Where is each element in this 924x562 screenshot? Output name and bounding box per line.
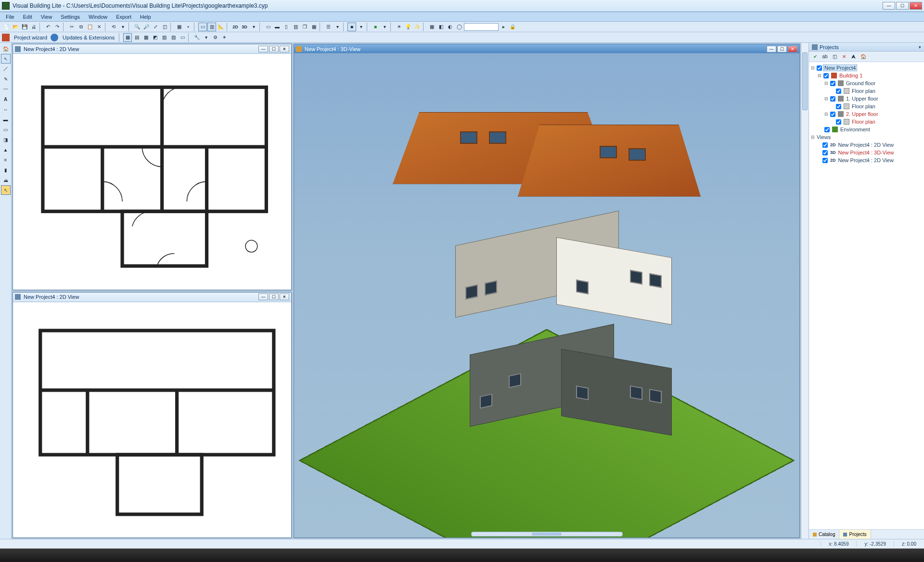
tree-check[interactable] (822, 142, 828, 148)
tree-check[interactable] (830, 96, 835, 102)
child-titlebar-3d[interactable]: New Project4 : 3D-View — ☐ ✕ (294, 44, 799, 54)
tool-text-icon[interactable]: A (1, 94, 11, 104)
tree-env[interactable]: Environment (839, 127, 870, 132)
child-max-button[interactable]: ☐ (269, 46, 279, 52)
tree-plan-1[interactable]: Floor plan (851, 103, 875, 109)
zoom-out-icon[interactable]: 🔎 (142, 23, 151, 31)
child-min-button[interactable]: — (258, 294, 268, 300)
tool-window-icon[interactable]: ▭ (1, 125, 11, 134)
select-tool-icon[interactable]: ▭ (198, 23, 207, 31)
misc-c-icon[interactable]: ◐ (446, 23, 454, 31)
vertical-scrollbar[interactable] (801, 43, 808, 539)
child-min-button[interactable]: — (767, 46, 776, 52)
tree-plan-2[interactable]: Floor plan (851, 119, 875, 125)
tree-plan-g[interactable]: Floor plan (851, 88, 875, 94)
child-max-button[interactable]: ☐ (269, 294, 279, 300)
color-icon[interactable]: ■ (371, 23, 380, 31)
panel-g-icon[interactable]: ▭ (178, 33, 187, 42)
view-dropdown-icon[interactable]: ▾ (249, 23, 258, 31)
window-layout-1-icon[interactable]: ▭ (264, 23, 272, 31)
tab-projects[interactable]: Projects (839, 530, 871, 539)
tree-root[interactable]: New Project4 (823, 64, 857, 71)
up-icon[interactable]: ⮝ (849, 52, 858, 61)
tool-wall-icon[interactable]: ▬ (1, 115, 11, 124)
menu-edit[interactable]: Edit (19, 13, 36, 21)
print-icon[interactable]: 🖨 (29, 23, 38, 31)
tree-upper1[interactable]: 1. Upper floor (845, 96, 878, 102)
minimize-button[interactable]: — (883, 2, 895, 10)
tool-building-icon[interactable]: 🏠 (1, 44, 11, 53)
menu-export[interactable]: Export (112, 13, 135, 21)
paste-icon[interactable]: 📋 (86, 23, 94, 31)
tool-terrain-icon[interactable]: ⛰ (1, 175, 11, 185)
child-titlebar-2d-a[interactable]: New Project4 : 2D View — ☐ ✕ (13, 44, 291, 54)
child-close-button[interactable]: ✕ (280, 294, 289, 300)
misc-a-icon[interactable]: ▦ (427, 23, 436, 31)
save-icon[interactable]: 💾 (20, 23, 29, 31)
layers-icon[interactable]: ☰ (324, 23, 333, 31)
sun-icon[interactable]: ☀ (395, 23, 403, 31)
tree-check[interactable] (822, 150, 828, 155)
tool-pointer-icon[interactable]: ↖ (1, 54, 11, 64)
layers-dd-icon[interactable]: ▾ (333, 23, 342, 31)
check-icon[interactable]: ✔ (811, 52, 820, 61)
tree-check[interactable] (836, 89, 841, 94)
tool-wrench-icon[interactable]: 🔧 (192, 33, 201, 42)
coordinate-input[interactable] (464, 23, 499, 31)
window-layout-3-icon[interactable]: ▯ (282, 23, 291, 31)
viewport-2d-b[interactable] (13, 302, 291, 538)
tool-cog-icon[interactable]: ⚙ (211, 33, 219, 42)
measure-icon[interactable]: 📐 (217, 23, 225, 31)
misc-b-icon[interactable]: ◧ (436, 23, 445, 31)
remove-icon[interactable]: ✕ (840, 52, 848, 61)
render-dd-icon[interactable]: ▾ (357, 23, 365, 31)
child-max-button[interactable]: ☐ (777, 46, 787, 52)
go-icon[interactable]: ▸ (499, 23, 508, 31)
window-layout-2-icon[interactable]: ▬ (273, 23, 282, 31)
panel-b-icon[interactable]: ▤ (132, 33, 141, 42)
panel-d-icon[interactable]: ◩ (151, 33, 159, 42)
viewport-3d[interactable] (294, 54, 799, 537)
cut-icon[interactable]: ✂ (67, 23, 76, 31)
tool-dim-icon[interactable]: ↔ (1, 104, 11, 114)
tree-check[interactable] (830, 81, 835, 86)
window-cascade-icon[interactable]: ❐ (300, 23, 309, 31)
tree-check[interactable] (817, 65, 822, 71)
tool-explode-icon[interactable]: ✶ (220, 33, 229, 42)
tree-building[interactable]: Building 1 (838, 73, 862, 78)
wall-tool-icon[interactable]: ▥ (207, 23, 216, 31)
tool-stair-icon[interactable]: ≡ (1, 155, 11, 165)
menu-settings[interactable]: Settings (57, 13, 84, 21)
new-icon[interactable]: 📄 (2, 23, 11, 31)
lock-icon[interactable]: 🔒 (508, 23, 517, 31)
menu-help[interactable]: Help (136, 13, 155, 21)
window-layout-4-icon[interactable]: ▥ (291, 23, 300, 31)
tree-check[interactable] (823, 73, 829, 78)
tool-column-icon[interactable]: ▮ (1, 165, 11, 175)
panel-e-icon[interactable]: ▧ (160, 33, 168, 42)
project-tree[interactable]: ⊟New Project4 ⊟Building 1 ⊟Ground floor … (809, 62, 924, 529)
panel-c-icon[interactable]: ▩ (141, 33, 150, 42)
panel-f-icon[interactable]: ▨ (169, 33, 178, 42)
render-mode-icon[interactable]: ■ (347, 23, 356, 31)
tree-views[interactable]: Views (816, 134, 831, 140)
child-min-button[interactable]: — (258, 46, 268, 52)
copy-icon[interactable]: ⧉ (77, 23, 85, 31)
light-icon[interactable]: 💡 (404, 23, 412, 31)
redo-icon[interactable]: ↷ (53, 23, 62, 31)
zoom-window-icon[interactable]: ◫ (160, 23, 169, 31)
tree-ground[interactable]: Ground floor (845, 80, 875, 86)
view-3d-button[interactable]: 3D (240, 23, 249, 31)
menu-file[interactable]: File (2, 13, 18, 21)
panel-a-icon[interactable]: ▦ (123, 33, 132, 42)
tool-roof-icon[interactable]: ▲ (1, 145, 11, 154)
refresh-icon[interactable]: ⟲ (109, 23, 118, 31)
tool-dd-icon[interactable]: ▾ (202, 33, 210, 42)
tree-check[interactable] (836, 119, 841, 125)
tool-line-icon[interactable]: ／ (1, 64, 11, 74)
home-small-icon[interactable]: 🏠 (859, 52, 868, 61)
tool-curve-icon[interactable]: 〰 (1, 84, 11, 94)
tree-upper2[interactable]: 2. Upper floor (845, 111, 878, 117)
tree-check[interactable] (824, 127, 830, 132)
close-button[interactable]: ✕ (910, 2, 922, 10)
